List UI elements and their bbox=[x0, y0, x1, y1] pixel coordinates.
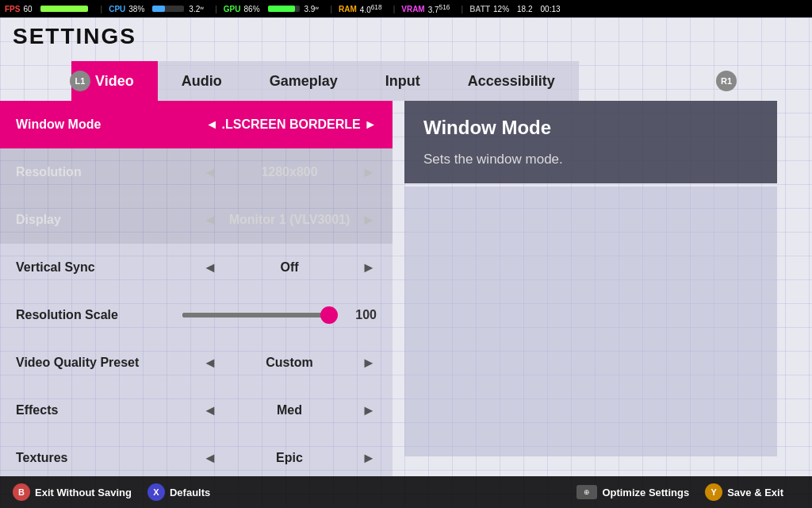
info-panel: Window Mode Sets the window mode. bbox=[404, 101, 777, 476]
cpu-bar bbox=[152, 6, 164, 12]
save-hint: Y Save & Exit bbox=[705, 483, 783, 501]
vsync-label: Vertical Sync bbox=[16, 260, 159, 275]
ram-val: 4.0618 bbox=[360, 3, 382, 14]
controller-right-hint: R1 bbox=[716, 71, 737, 91]
info-extra-area bbox=[404, 187, 777, 456]
effects-value: Med bbox=[226, 403, 353, 418]
resolution-left-arrow[interactable]: ◄ bbox=[202, 164, 218, 181]
resolution-value-area: ◄ 1280x800 ► bbox=[202, 164, 377, 181]
batt-pct: 12% bbox=[493, 5, 509, 13]
page-title: SETTINGS bbox=[13, 24, 136, 49]
setting-row-res-scale[interactable]: Resolution Scale 100 bbox=[0, 291, 393, 339]
display-right-arrow[interactable]: ► bbox=[361, 212, 377, 229]
setting-row-vsync[interactable]: Vertical Sync ◄ Off ► bbox=[0, 244, 393, 291]
defaults-label: Defaults bbox=[170, 487, 210, 498]
fps-bar bbox=[40, 6, 88, 12]
res-scale-slider-track[interactable] bbox=[182, 313, 329, 318]
clock: 00:13 bbox=[541, 5, 561, 13]
resolution-value: 1280x800 bbox=[226, 165, 353, 179]
res-scale-value: 100 bbox=[345, 308, 377, 322]
vsync-left-arrow[interactable]: ◄ bbox=[202, 260, 218, 276]
window-mode-value: ◄ .LSCREEN BORDERLE ► bbox=[205, 117, 377, 132]
setting-row-window-mode[interactable]: Window Mode ◄ .LSCREEN BORDERLE ► bbox=[0, 101, 393, 148]
window-mode-value-area: ◄ .LSCREEN BORDERLE ► bbox=[205, 117, 377, 132]
tab-audio[interactable]: Audio bbox=[158, 61, 246, 101]
resolution-label: Resolution bbox=[16, 165, 159, 179]
exit-label: Exit Without Saving bbox=[35, 487, 132, 498]
textures-left-arrow[interactable]: ◄ bbox=[202, 450, 218, 467]
exit-hint: B Exit Without Saving bbox=[13, 483, 132, 501]
bottom-bar: B Exit Without Saving X Defaults ⊕ Optim… bbox=[0, 476, 812, 508]
res-scale-fill bbox=[182, 313, 329, 318]
defaults-hint: X Defaults bbox=[147, 483, 210, 501]
settings-panel: Window Mode ◄ .LSCREEN BORDERLE ► Resolu… bbox=[0, 101, 393, 476]
video-quality-label: Video Quality Preset bbox=[16, 356, 159, 370]
vram-label: VRAM bbox=[401, 5, 424, 13]
tab-accessibility[interactable]: Accessibility bbox=[444, 61, 579, 101]
vsync-right-arrow[interactable]: ► bbox=[361, 260, 377, 276]
res-scale-label: Resolution Scale bbox=[16, 308, 159, 322]
optimize-icon: ⊕ bbox=[576, 485, 597, 499]
btn-b-icon: B bbox=[13, 483, 30, 501]
gpu-ghz: 3.9ʷ bbox=[304, 5, 320, 13]
optimize-hint: ⊕ Optimize Settings bbox=[576, 485, 689, 499]
setting-row-textures[interactable]: Textures ◄ Epic ► bbox=[0, 434, 393, 476]
res-scale-value-area: 100 bbox=[174, 308, 377, 322]
setting-row-display[interactable]: Display ◄ Monitor 1 (VLV3001) ► bbox=[0, 196, 393, 244]
vram-val: 3.7516 bbox=[428, 3, 450, 14]
textures-right-arrow[interactable]: ► bbox=[361, 450, 377, 467]
cpu-label: CPU bbox=[109, 5, 125, 13]
cpu-ghz: 3.2ʷ bbox=[189, 5, 204, 13]
fps-value: 60 bbox=[23, 5, 32, 13]
btn-x-icon: X bbox=[147, 483, 165, 501]
video-quality-value: Custom bbox=[226, 356, 353, 370]
gpu-pct: 86% bbox=[244, 5, 260, 13]
btn-y-icon: Y bbox=[705, 483, 722, 501]
save-label: Save & Exit bbox=[727, 487, 783, 498]
effects-label: Effects bbox=[16, 403, 159, 418]
cpu-pct: 38% bbox=[128, 5, 144, 13]
main-content: SETTINGS L1 R1 Video Audio Gameplay Inpu… bbox=[0, 17, 812, 508]
vsync-value-area: ◄ Off ► bbox=[202, 260, 377, 276]
fps-label: FPS bbox=[5, 5, 20, 13]
performance-bar: FPS 60 | CPU 38% 3.2ʷ | GPU 86% 3.9ʷ | R… bbox=[0, 0, 812, 17]
display-value-area: ◄ Monitor 1 (VLV3001) ► bbox=[202, 212, 377, 229]
tab-input[interactable]: Input bbox=[362, 61, 444, 101]
textures-value-area: ◄ Epic ► bbox=[202, 450, 377, 467]
textures-label: Textures bbox=[16, 451, 159, 465]
tabs-bar: Video Audio Gameplay Input Accessibility bbox=[0, 61, 812, 101]
info-box: Window Mode Sets the window mode. bbox=[404, 101, 777, 183]
batt-w: 18.2 bbox=[517, 5, 532, 13]
display-label: Display bbox=[16, 213, 159, 227]
setting-row-effects[interactable]: Effects ◄ Med ► bbox=[0, 387, 393, 434]
gpu-bar bbox=[268, 6, 295, 12]
setting-row-resolution[interactable]: Resolution ◄ 1280x800 ► bbox=[0, 148, 393, 196]
display-value: Monitor 1 (VLV3001) bbox=[226, 213, 353, 227]
controller-left-hint: L1 bbox=[70, 71, 90, 91]
display-left-arrow[interactable]: ◄ bbox=[202, 212, 218, 229]
effects-right-arrow[interactable]: ► bbox=[361, 402, 377, 419]
video-quality-right-arrow[interactable]: ► bbox=[361, 355, 377, 371]
gpu-label: GPU bbox=[224, 5, 241, 13]
effects-value-area: ◄ Med ► bbox=[202, 402, 377, 419]
window-mode-label: Window Mode bbox=[16, 117, 159, 132]
res-scale-thumb[interactable] bbox=[320, 306, 338, 324]
vsync-value: Off bbox=[226, 260, 353, 275]
ram-label: RAM bbox=[339, 5, 357, 13]
batt-label: BATT bbox=[469, 5, 490, 13]
effects-left-arrow[interactable]: ◄ bbox=[202, 402, 218, 419]
setting-row-video-quality[interactable]: Video Quality Preset ◄ Custom ► bbox=[0, 339, 393, 387]
tab-gameplay[interactable]: Gameplay bbox=[246, 61, 362, 101]
video-quality-left-arrow[interactable]: ◄ bbox=[202, 355, 218, 371]
info-description: Sets the window mode. bbox=[423, 152, 758, 167]
video-quality-value-area: ◄ Custom ► bbox=[202, 355, 377, 371]
info-title: Window Mode bbox=[423, 117, 758, 139]
textures-value: Epic bbox=[226, 451, 353, 465]
resolution-right-arrow[interactable]: ► bbox=[361, 164, 377, 181]
optimize-label: Optimize Settings bbox=[602, 487, 689, 498]
